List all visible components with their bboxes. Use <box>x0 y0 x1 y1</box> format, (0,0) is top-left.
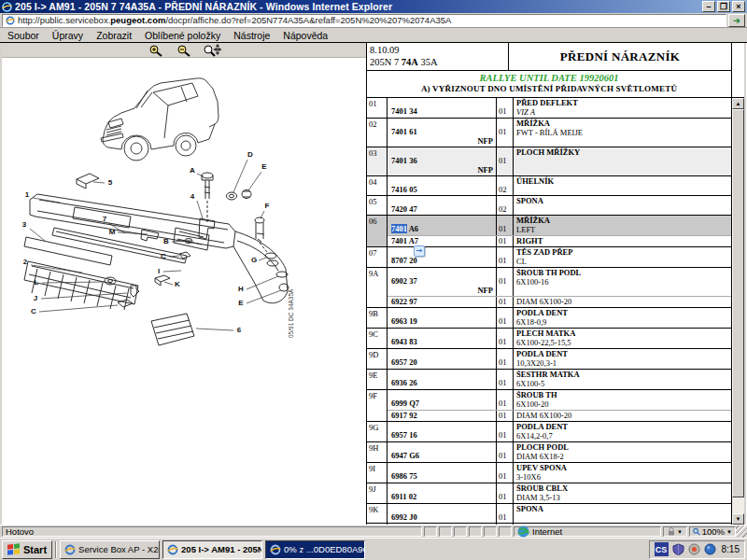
zoom-pan-button[interactable] <box>203 44 221 57</box>
quantity-cell: 01 <box>497 370 514 389</box>
part-line[interactable]: 6943 8301PLECH MATKA6X100-22,5-15,5 <box>388 329 731 348</box>
part-line[interactable]: 7416 0502ÚHELNÍK <box>388 176 731 195</box>
scrollbar-thumb[interactable] <box>732 109 744 497</box>
part-line[interactable]: 7401 36NFP01PLOCH MŘÍŽKY <box>388 147 731 175</box>
part-lines: 8707 2001TĚS ZAD PŘEPCL <box>388 247 731 267</box>
close-button[interactable]: × <box>732 1 745 12</box>
part-number-cell[interactable]: 6947 G6 <box>388 442 497 462</box>
part-line[interactable]: 6963 1901PODLA DENT6X18-0,9 <box>388 308 731 328</box>
part-number: 8707 20 <box>391 256 493 265</box>
menu-soubor[interactable]: Soubor <box>7 30 39 41</box>
menu-nastroje[interactable]: Nástroje <box>233 30 270 41</box>
part-number-cell[interactable]: 6936 26 <box>388 370 497 389</box>
description-cell: ŠROUB CBLXDIAM 3,5-13 <box>514 483 731 503</box>
part-number-cell[interactable]: 7401 36NFP <box>388 147 497 175</box>
task-current-document[interactable]: 205 I-> AM91 - 205N ... <box>162 540 262 559</box>
url-rest: /docpr/affiche.do?ref=205N774A35A&refaff… <box>165 15 451 25</box>
part-number-cell[interactable]: 6911 02 <box>388 483 497 503</box>
minimize-button[interactable]: – <box>702 1 715 12</box>
part-line[interactable]: 6999 Q701ŠROUB TH6X100-20 <box>388 390 731 410</box>
part-lines: 6992 J001SPONA <box>388 504 731 523</box>
caret-down-icon: ▼ <box>677 529 683 535</box>
part-line[interactable]: 8707 2001TĚS ZAD PŘEPCL <box>388 247 731 267</box>
menu-oblibene[interactable]: Oblíbené položky <box>145 30 220 41</box>
part-number-cell[interactable]: 6986 75 <box>388 463 497 483</box>
part-number-cell[interactable]: 6957 16 <box>388 422 497 441</box>
part-line[interactable]: 6986 7501UPEV SPONA3-10X6 <box>388 463 731 483</box>
part-number-cell[interactable]: 6917 92 <box>388 411 497 421</box>
part-line[interactable]: 6947 G601PLOCH PODLDIAM 6X18-2 <box>388 442 731 462</box>
part-line[interactable]: 6957 1601PODLA DENT6X14,2-0,7 <box>388 422 731 441</box>
part-number-cell[interactable]: 7416 05 <box>388 176 497 195</box>
scrollbar-track[interactable] <box>732 109 744 513</box>
part-line[interactable]: 7401 A7→01RIGHT <box>388 235 731 246</box>
messenger-icon[interactable] <box>704 543 716 555</box>
part-name: PŘED DEFLEKT <box>516 98 729 107</box>
part-line[interactable]: 6922 9701DIAM 6X100-20 <box>388 296 731 307</box>
part-number-cell[interactable]: 6999 Q7 <box>388 390 497 410</box>
window-title: 205 I-> AM91 - 205N 7 74A35A - PŘEDNÍ NÁ… <box>15 1 702 12</box>
task-download[interactable]: 0% z ...0D0ED80A9C12... <box>265 540 365 559</box>
part-line[interactable]: 6936 2601ŠESTHR MATKA6X100-5 <box>388 370 731 389</box>
doc-ref-cell: 8.10.09 205N 7 74A 35A <box>367 43 509 70</box>
quantity-cell: 02 <box>497 196 514 215</box>
part-number-cell[interactable]: 7401 A6 <box>388 216 497 235</box>
address-bar: http://public.servicebox.peugeot.com/doc… <box>0 13 747 28</box>
part-number: 6947 G6 <box>391 451 493 460</box>
scroll-up-button[interactable]: ▲ <box>732 98 744 109</box>
update-icon[interactable] <box>688 543 700 555</box>
quantity-cell: 01 <box>497 442 514 462</box>
scroll-down-button[interactable]: ▼ <box>732 513 744 525</box>
part-number-cell[interactable]: 8707 20 <box>388 247 497 267</box>
part-line[interactable]: 6917 9201DIAM 6X100-20 <box>388 410 731 421</box>
zoom-out-button[interactable] <box>175 44 193 57</box>
part-lines: 6936 2601ŠESTHR MATKA6X100-5 <box>388 370 731 389</box>
part-number-cell[interactable]: 7420 47 <box>388 196 497 215</box>
part-number-cell[interactable]: 6943 83 <box>388 329 497 348</box>
part-line[interactable]: 7401 3401PŘED DEFLEKTVIZ A <box>388 98 731 118</box>
protected-mode-indicator[interactable]: ▼ <box>663 526 687 537</box>
part-spec: 6X100-16 <box>516 277 729 287</box>
part-line[interactable]: 7401 A601MŘÍŽKALEFT <box>388 216 731 235</box>
start-button[interactable]: Start <box>2 540 52 559</box>
menu-zobrazit[interactable]: Zobrazit <box>96 30 132 41</box>
task-servicebox[interactable]: Service Box AP - X20081... <box>60 540 160 559</box>
restore-button[interactable]: ❐ <box>717 1 730 12</box>
part-line[interactable]: 7401 61NFP01MŘÍŽKAFWT - BÍLÁ MEIJE <box>388 119 731 147</box>
part-line[interactable]: 7420 4702SPONA <box>388 196 731 215</box>
part-lines: 6902 37NFP01ŠROUB TH PODL6X100-166922 97… <box>388 268 731 307</box>
go-arrow-icon: ➔ <box>733 16 740 25</box>
part-line[interactable]: 6992 J001SPONA <box>388 504 731 523</box>
menu-upravy[interactable]: Úpravy <box>52 30 83 41</box>
part-number-cell[interactable]: 6957 20 <box>388 349 497 369</box>
part-number-cell[interactable]: 7401 61NFP <box>388 119 497 147</box>
part-number-cell[interactable]: 7401 34 <box>388 98 497 118</box>
callout-label: C <box>161 252 166 260</box>
part-number-cell[interactable]: 7401 A7→ <box>388 236 497 246</box>
part-line[interactable]: 6902 37NFP01ŠROUB TH PODL6X100-16 <box>388 268 731 296</box>
part-row: 027401 61NFP01MŘÍŽKAFWT - BÍLÁ MEIJE <box>367 119 731 147</box>
part-number-cell[interactable]: 6992 J0 <box>388 504 497 523</box>
quantity-cell: 01 <box>497 119 514 147</box>
resize-grip[interactable] <box>736 525 747 538</box>
go-button[interactable]: ➔ <box>728 14 745 27</box>
zoom-in-button[interactable] <box>147 44 165 57</box>
part-lines: 6957 1601PODLA DENT6X14,2-0,7 <box>388 422 731 441</box>
quantity-cell: 02 <box>497 176 514 195</box>
part-number-cell[interactable]: 6922 97 <box>388 297 497 307</box>
part-spec: FWT - BÍLÁ MEIJE <box>516 128 729 137</box>
status-text: Hotovo <box>2 526 422 537</box>
table-scrollbar[interactable]: ▲ ▼ <box>732 43 744 525</box>
part-number-cell[interactable]: 6963 19 <box>388 308 497 328</box>
address-input[interactable]: http://public.servicebox.peugeot.com/doc… <box>2 14 726 27</box>
zoom-indicator[interactable]: 100% ▼ <box>689 526 736 537</box>
shield-icon[interactable] <box>672 543 684 555</box>
part-line[interactable]: 6957 2001PODLA DENT10,3X20,3-1 <box>388 349 731 369</box>
callout-label: 6 <box>237 326 242 334</box>
menu-napoveda[interactable]: Nápověda <box>283 30 328 41</box>
part-line[interactable]: 6911 0201ŠROUB CBLXDIAM 3,5-13 <box>388 483 731 503</box>
part-number: 7401 61 <box>391 127 493 136</box>
language-indicator[interactable]: CS <box>655 542 669 556</box>
part-number-cell[interactable]: 6902 37NFP <box>388 268 497 296</box>
callout-label: A <box>190 166 195 175</box>
